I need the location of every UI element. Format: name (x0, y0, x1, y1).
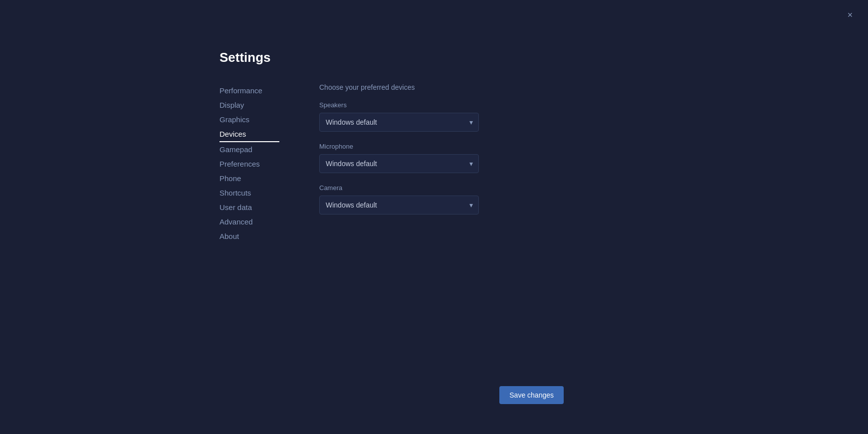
sidebar-item-performance[interactable]: Performance (219, 83, 279, 98)
settings-title: Settings (219, 50, 569, 65)
save-changes-button[interactable]: Save changes (499, 386, 564, 404)
settings-container: Settings PerformanceDisplayGraphicsDevic… (219, 50, 569, 243)
microphone-select-wrapper: Windows defaultBuilt-in MicrophoneExtern… (319, 154, 479, 173)
sidebar-item-display[interactable]: Display (219, 98, 279, 112)
settings-body: PerformanceDisplayGraphicsDevicesGamepad… (219, 83, 569, 243)
camera-select-wrapper: Windows defaultBuilt-in CameraExternal C… (319, 196, 479, 215)
speakers-select-wrapper: Windows defaultHeadphonesMonitor Speaker… (319, 113, 479, 132)
sidebar-item-about[interactable]: About (219, 229, 279, 243)
save-btn-container: Save changes (499, 386, 564, 404)
microphone-label: Microphone (319, 143, 569, 150)
sidebar-item-devices[interactable]: Devices (219, 127, 279, 142)
speakers-group: Speakers Windows defaultHeadphonesMonito… (319, 101, 569, 132)
microphone-group: Microphone Windows defaultBuilt-in Micro… (319, 143, 569, 173)
camera-group: Camera Windows defaultBuilt-in CameraExt… (319, 184, 569, 215)
speakers-select[interactable]: Windows defaultHeadphonesMonitor Speaker… (319, 113, 479, 132)
microphone-select[interactable]: Windows defaultBuilt-in MicrophoneExtern… (319, 154, 479, 173)
sidebar-item-preferences[interactable]: Preferences (219, 157, 279, 171)
sidebar-item-shortcuts[interactable]: Shortcuts (219, 186, 279, 200)
close-button[interactable]: × (844, 9, 856, 21)
sidebar-item-phone[interactable]: Phone (219, 171, 279, 186)
sidebar-item-advanced[interactable]: Advanced (219, 215, 279, 229)
main-content: Choose your preferred devices Speakers W… (319, 83, 569, 243)
camera-select[interactable]: Windows defaultBuilt-in CameraExternal C… (319, 196, 479, 215)
speakers-label: Speakers (319, 101, 569, 109)
sidebar-item-user-data[interactable]: User data (219, 200, 279, 215)
sidebar-item-gamepad[interactable]: Gamepad (219, 142, 279, 157)
close-icon: × (848, 10, 853, 20)
sidebar: PerformanceDisplayGraphicsDevicesGamepad… (219, 83, 279, 243)
sidebar-item-graphics[interactable]: Graphics (219, 112, 279, 127)
camera-label: Camera (319, 184, 569, 192)
devices-heading: Choose your preferred devices (319, 83, 569, 91)
